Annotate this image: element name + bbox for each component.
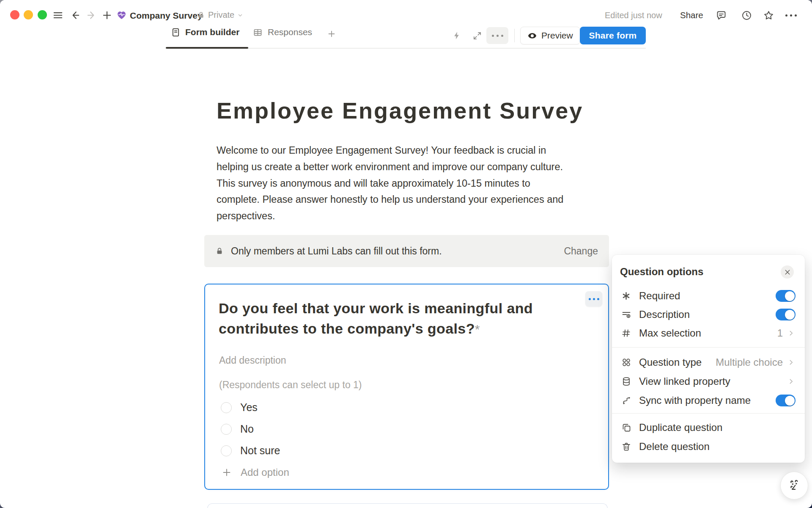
required-toggle[interactable] bbox=[776, 290, 796, 302]
expand-view-button[interactable] bbox=[471, 30, 483, 41]
form-title[interactable]: Employee Engagement Survey bbox=[217, 97, 583, 124]
expand-diagonal-icon bbox=[472, 31, 482, 41]
minimize-window-button[interactable] bbox=[24, 10, 33, 19]
form-description[interactable]: Welcome to our Employee Engagement Surve… bbox=[217, 142, 563, 224]
ai-face-icon bbox=[787, 478, 802, 493]
automations-button[interactable] bbox=[451, 30, 463, 41]
share-menu-button[interactable]: Share bbox=[680, 10, 703, 20]
plus-icon bbox=[222, 467, 232, 478]
menu-divider bbox=[612, 347, 805, 348]
menu-item-label: Description bbox=[639, 309, 690, 320]
close-window-button[interactable] bbox=[10, 10, 19, 19]
star-icon bbox=[763, 10, 774, 21]
forward-button[interactable] bbox=[85, 9, 98, 22]
menu-divider bbox=[612, 413, 805, 414]
access-restriction-text: Only members at Lumi Labs can fill out t… bbox=[231, 246, 442, 257]
forward-arrow-icon bbox=[86, 10, 97, 21]
chevron-right-icon bbox=[787, 359, 795, 366]
plus-icon bbox=[102, 10, 112, 21]
favorite-button[interactable] bbox=[762, 9, 775, 22]
toggle-knob bbox=[785, 396, 795, 406]
form-description-line: complete. Please answer honestly to help… bbox=[217, 191, 563, 208]
menu-title: Question options bbox=[620, 266, 703, 278]
titlebar: Company Survey Private Edited just now S… bbox=[0, 0, 812, 24]
add-option-button[interactable]: Add option bbox=[222, 467, 289, 478]
heart-pulse-icon bbox=[116, 10, 127, 20]
back-arrow-icon bbox=[69, 10, 80, 21]
chevron-right-icon bbox=[787, 330, 795, 337]
lock-icon bbox=[215, 247, 224, 255]
next-question-card[interactable] bbox=[207, 503, 608, 508]
menu-item-view-linked-property[interactable]: View linked property bbox=[612, 372, 805, 391]
menu-item-label: Max selection bbox=[639, 327, 701, 339]
form-builder-icon bbox=[171, 28, 181, 37]
close-icon bbox=[784, 269, 791, 276]
question-type-icon bbox=[621, 357, 631, 367]
selection-hint: (Respondents can select up to 1) bbox=[219, 379, 362, 391]
new-tab-button[interactable] bbox=[101, 9, 113, 22]
menu-item-delete-question[interactable]: Delete question bbox=[612, 437, 805, 456]
tab-responses[interactable]: Responses bbox=[253, 27, 312, 37]
menu-item-question-type[interactable]: Question type Multiple choice bbox=[612, 353, 805, 372]
add-view-button[interactable] bbox=[326, 28, 337, 40]
question-title-line2: contributes to the company's goals? bbox=[219, 320, 475, 337]
sync-toggle[interactable] bbox=[776, 395, 796, 406]
menu-item-label: Sync with property name bbox=[639, 395, 751, 406]
form-description-line: This survey is anonymous and will take a… bbox=[217, 175, 563, 192]
option-label: Not sure bbox=[240, 444, 280, 457]
menu-item-label: View linked property bbox=[639, 375, 730, 387]
tab-form-builder[interactable]: Form builder bbox=[171, 27, 239, 37]
view-tabbar: Form builder Responses Preview bbox=[0, 24, 812, 49]
eye-icon bbox=[527, 31, 537, 41]
history-button[interactable] bbox=[740, 9, 753, 22]
description-icon bbox=[621, 309, 631, 320]
duplicate-icon bbox=[621, 422, 631, 433]
option-label: No bbox=[240, 423, 254, 435]
question-description-placeholder[interactable]: Add description bbox=[219, 355, 286, 366]
more-options-button[interactable] bbox=[783, 9, 798, 22]
sync-icon bbox=[621, 395, 631, 406]
radio-button[interactable] bbox=[221, 424, 232, 435]
menu-item-label: Duplicate question bbox=[639, 422, 722, 433]
menu-item-required[interactable]: Required bbox=[612, 287, 805, 305]
menu-item-label: Required bbox=[639, 290, 680, 302]
menu-item-sync-property-name[interactable]: Sync with property name bbox=[612, 391, 805, 410]
required-asterisk: * bbox=[475, 322, 480, 336]
share-form-button[interactable]: Share form bbox=[580, 27, 646, 44]
menu-item-duplicate-question[interactable]: Duplicate question bbox=[612, 418, 805, 437]
change-access-button[interactable]: Change bbox=[564, 246, 598, 257]
maximize-window-button[interactable] bbox=[38, 10, 47, 19]
database-icon bbox=[621, 376, 631, 387]
question-title[interactable]: Do you feel that your work is meaningful… bbox=[219, 298, 533, 340]
sidebar-menu-button[interactable] bbox=[52, 9, 64, 22]
toggle-knob bbox=[785, 310, 795, 320]
responses-table-icon bbox=[253, 28, 263, 37]
close-menu-button[interactable] bbox=[781, 265, 794, 279]
question-more-button[interactable] bbox=[585, 291, 602, 306]
access-restriction-banner: Only members at Lumi Labs can fill out t… bbox=[204, 235, 609, 267]
radio-button[interactable] bbox=[221, 402, 232, 413]
back-button[interactable] bbox=[69, 9, 81, 22]
option-row[interactable]: Not sure bbox=[221, 444, 280, 457]
preview-button[interactable]: Preview bbox=[520, 27, 580, 44]
ellipsis-icon bbox=[492, 35, 503, 37]
description-toggle[interactable] bbox=[776, 309, 796, 320]
question-card[interactable]: Do you feel that your work is meaningful… bbox=[204, 284, 609, 490]
preview-label: Preview bbox=[541, 30, 573, 41]
privacy-control[interactable]: Private bbox=[197, 10, 243, 20]
menu-item-max-selection[interactable]: Max selection 1 bbox=[612, 324, 805, 342]
option-row[interactable]: No bbox=[221, 423, 254, 435]
breadcrumb-page-title[interactable]: Company Survey bbox=[130, 11, 203, 21]
view-more-button[interactable] bbox=[486, 27, 508, 44]
question-options-menu: Question options Required Description Ma… bbox=[612, 255, 805, 463]
clock-icon bbox=[741, 10, 752, 21]
notion-ai-button[interactable] bbox=[780, 472, 808, 500]
menu-item-description[interactable]: Description bbox=[612, 305, 805, 324]
trash-icon bbox=[621, 442, 631, 452]
comments-button[interactable] bbox=[715, 9, 727, 22]
lightning-icon bbox=[452, 31, 461, 40]
lock-icon bbox=[197, 11, 205, 19]
option-row[interactable]: Yes bbox=[221, 401, 258, 414]
radio-button[interactable] bbox=[221, 445, 232, 456]
app-window: Company Survey Private Edited just now S… bbox=[0, 0, 812, 508]
